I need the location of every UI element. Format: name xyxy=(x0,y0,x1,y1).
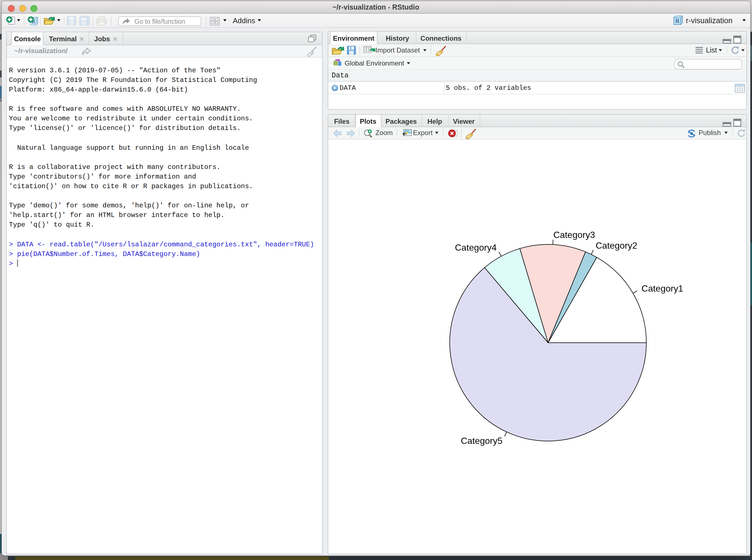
svg-text:Category1: Category1 xyxy=(642,283,683,293)
svg-text:Category4: Category4 xyxy=(455,242,497,253)
svg-text:Category3: Category3 xyxy=(553,229,595,240)
svg-text:R: R xyxy=(675,18,680,24)
svg-text:Category5: Category5 xyxy=(461,436,503,446)
svg-text:Category2: Category2 xyxy=(596,240,637,251)
